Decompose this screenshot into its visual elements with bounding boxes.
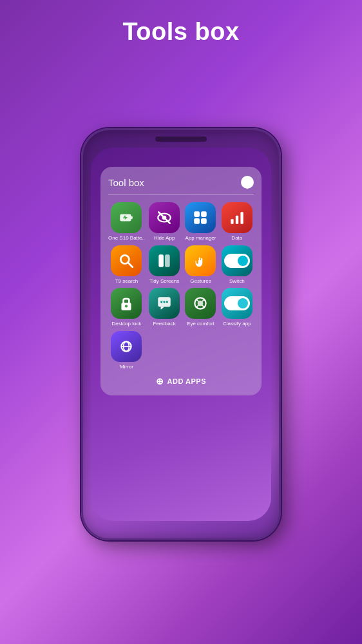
app-item-gestures[interactable]: Gestures (184, 245, 217, 285)
phone-wrapper: Tool box One S10 Batte.. (78, 57, 284, 611)
tidy-screens-icon (149, 245, 180, 276)
battery-icon (111, 202, 142, 233)
app-item-desktop-lock[interactable]: Desktop lock (108, 288, 145, 327)
t9-search-icon (111, 245, 142, 276)
tidy-screens-label: Tidy Screens (149, 278, 179, 285)
svg-rect-6 (195, 211, 200, 217)
add-apps-button[interactable]: ⊕ ADD APPS (108, 376, 254, 386)
eye-comfort-label: Eye comfort (187, 321, 214, 327)
toggle-inner (224, 296, 250, 310)
eye-comfort-icon (185, 288, 216, 319)
app-item-eye-comfort[interactable]: Eye comfort (184, 288, 217, 327)
add-apps-label: ADD APPS (167, 377, 206, 385)
add-icon: ⊕ (156, 376, 164, 386)
apps-grid: One S10 Batte.. Hide App (108, 202, 254, 370)
app-item-hide-app[interactable]: Hide App (148, 202, 181, 242)
app-item-classify-app[interactable]: Classify app (220, 288, 254, 327)
app-item-tidy-screens[interactable]: Tidy Screens (148, 245, 181, 285)
svg-point-18 (125, 305, 128, 307)
classify-app-icon (222, 288, 252, 319)
phone-frame: Tool box One S10 Batte.. (81, 128, 281, 540)
mirror-label: Mirror (120, 364, 133, 370)
svg-rect-8 (195, 218, 200, 224)
switch-label: Switch (229, 278, 245, 285)
feedback-label: Feedback (153, 321, 176, 327)
app-manager-label: App manager (185, 235, 216, 242)
classify-app-label: Classify app (223, 321, 251, 327)
app-item-app-manager[interactable]: App manager (184, 202, 217, 242)
svg-line-14 (129, 263, 133, 267)
mirror-icon (111, 331, 142, 362)
svg-point-22 (166, 301, 168, 303)
switch-icon (222, 245, 252, 276)
svg-rect-11 (236, 216, 238, 224)
svg-rect-15 (158, 254, 164, 267)
hide-app-icon (149, 202, 180, 233)
toolbox-divider (108, 194, 254, 194)
toolbox-header: Tool box (108, 176, 254, 189)
hide-app-label: Hide App (154, 235, 175, 242)
svg-rect-10 (231, 219, 233, 224)
toolbox-toggle[interactable] (241, 176, 254, 189)
desktop-lock-label: Desktop lock (112, 321, 142, 327)
svg-point-21 (163, 301, 165, 303)
app-item-battery[interactable]: One S10 Batte.. (108, 202, 145, 242)
svg-rect-9 (202, 218, 207, 224)
data-label: Data (231, 235, 242, 242)
t9-search-label: T9 search (115, 278, 138, 285)
gestures-icon (185, 245, 216, 276)
app-manager-icon (185, 202, 216, 233)
svg-rect-7 (202, 211, 207, 217)
toolbox-title: Tool box (108, 177, 144, 188)
toolbox-panel: Tool box One S10 Batte.. (100, 167, 262, 395)
app-item-mirror[interactable]: Mirror (108, 331, 145, 370)
svg-rect-12 (240, 212, 243, 223)
app-item-feedback[interactable]: Feedback (148, 288, 181, 327)
gestures-label: Gestures (190, 278, 211, 285)
svg-rect-1 (131, 216, 133, 219)
phone-screen: Tool box One S10 Batte.. (91, 147, 271, 521)
app-item-data[interactable]: Data (220, 202, 254, 242)
data-icon (222, 202, 252, 233)
battery-label: One S10 Batte.. (108, 235, 145, 242)
app-item-switch[interactable]: Switch (220, 245, 254, 285)
svg-rect-16 (165, 254, 170, 267)
desktop-lock-icon (111, 288, 142, 319)
app-item-t9-search[interactable]: T9 search (108, 245, 145, 285)
switch-inner (224, 254, 250, 268)
feedback-icon (149, 288, 180, 319)
page-title: Tools box (122, 18, 239, 46)
svg-point-20 (160, 301, 162, 303)
